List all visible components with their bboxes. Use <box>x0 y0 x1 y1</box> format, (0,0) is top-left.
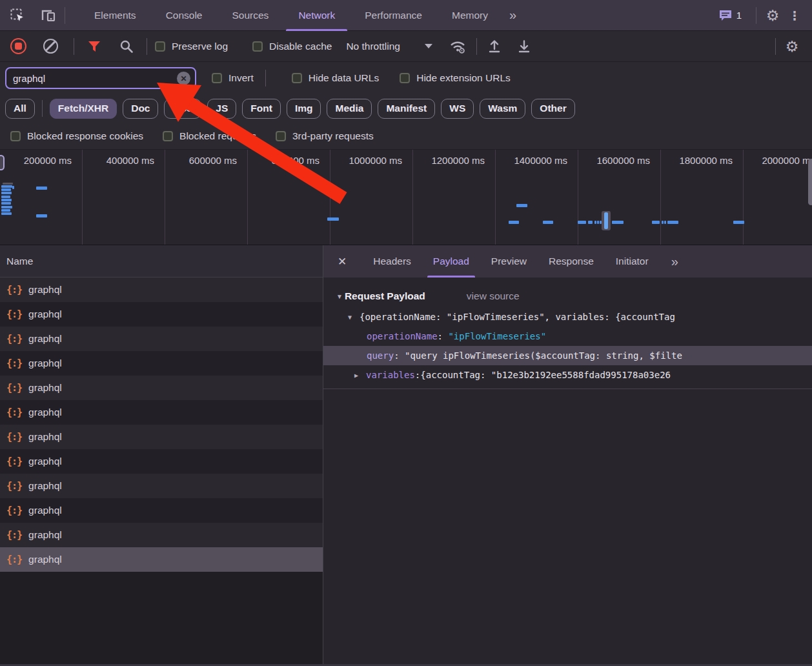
import-har-icon[interactable] <box>483 35 505 57</box>
tab-elements[interactable]: Elements <box>79 0 151 31</box>
request-row[interactable]: {:}graphql <box>0 376 323 400</box>
request-name: graphql <box>28 529 62 541</box>
view-source-link[interactable]: view source <box>467 290 520 302</box>
preserve-log-checkbox[interactable]: Preserve log <box>155 41 228 52</box>
details-tab-response[interactable]: Response <box>538 245 605 278</box>
filter-chip-other[interactable]: Other <box>531 99 574 119</box>
tab-memory[interactable]: Memory <box>437 0 503 31</box>
devtools-tabbar: ElementsConsoleSourcesNetworkPerformance… <box>0 0 812 31</box>
filter-chip-fetch-xhr[interactable]: Fetch/XHR <box>50 99 117 119</box>
name-column-header[interactable]: Name <box>0 245 323 278</box>
waterfall-bar <box>36 187 47 190</box>
waterfall-bar <box>1 192 12 194</box>
filter-chip-js[interactable]: JS <box>207 99 236 119</box>
export-har-icon[interactable] <box>513 35 535 57</box>
waterfall-bar <box>612 221 624 224</box>
payload-pane: ▼ Request Payload view source ▼ {operati… <box>323 278 812 666</box>
request-row[interactable]: {:}graphql <box>0 327 323 351</box>
payload-value: "query ipFlowTimeseries($accountTag: str… <box>405 350 682 361</box>
network-settings-gear-icon[interactable]: ⚙ <box>781 35 803 57</box>
request-row[interactable]: {:}graphql <box>0 523 323 547</box>
disable-cache-label: Disable cache <box>269 41 332 52</box>
overview-scrollbar[interactable] <box>808 159 812 205</box>
throttling-select[interactable]: No throttling <box>346 41 432 52</box>
request-row[interactable]: {:}graphql <box>0 278 323 302</box>
filter-chip-media[interactable]: Media <box>327 99 372 119</box>
expand-triangle-icon[interactable]: ▶ <box>354 372 366 379</box>
devtools-window: ElementsConsoleSourcesNetworkPerformance… <box>0 0 812 666</box>
request-row[interactable]: {:}graphql <box>0 351 323 376</box>
disable-cache-checkbox[interactable]: Disable cache <box>252 41 332 52</box>
hide-data-urls-checkbox[interactable]: Hide data URLs <box>292 72 379 84</box>
waterfall-bar <box>597 221 599 224</box>
network-toolbar: Preserve log Disable cache No throttling <box>0 31 812 62</box>
json-braces-icon: {:} <box>6 308 22 320</box>
tab-network[interactable]: Network <box>283 0 350 31</box>
waterfall-bar <box>516 204 527 207</box>
clear-filter-icon[interactable]: ✕ <box>177 72 190 85</box>
filter-chip-font[interactable]: Font <box>242 99 281 119</box>
inspect-element-icon[interactable] <box>6 5 28 26</box>
overview-left-handle[interactable] <box>0 155 5 170</box>
waterfall-bar <box>1 199 12 201</box>
payload-operation-name-line[interactable]: operationName: "ipFlowTimeseries" <box>323 327 812 346</box>
tab-sources[interactable]: Sources <box>218 0 284 31</box>
checkbox-box <box>276 131 286 141</box>
filter-chip-doc[interactable]: Doc <box>123 99 158 119</box>
filter-chip-ws[interactable]: WS <box>441 99 474 119</box>
network-overview-timeline[interactable]: 200000 ms400000 ms600000 ms800000 ms1000… <box>0 150 812 245</box>
collapse-triangle-icon[interactable]: ▼ <box>336 293 343 300</box>
request-row[interactable]: {:}graphql <box>0 425 323 449</box>
request-row[interactable]: {:}graphql <box>0 474 323 498</box>
blocked-requests-checkbox[interactable]: Blocked requests <box>163 130 256 142</box>
clear-network-log-icon[interactable] <box>43 39 58 54</box>
checkbox-box <box>155 41 165 52</box>
request-row[interactable]: {:}graphql <box>0 400 323 425</box>
network-conditions-icon[interactable] <box>447 35 469 57</box>
json-braces-icon: {:} <box>6 407 22 418</box>
hide-extension-urls-checkbox[interactable]: Hide extension URLs <box>400 72 511 84</box>
invert-label: Invert <box>228 72 254 84</box>
settings-gear-icon[interactable]: ⚙ <box>762 5 784 26</box>
kebab-menu-icon[interactable]: ⋮ <box>784 5 806 26</box>
details-tab-preview[interactable]: Preview <box>480 245 538 278</box>
request-row[interactable]: {:}graphql <box>0 547 323 572</box>
details-more-tabs-icon[interactable]: » <box>665 254 684 269</box>
more-tabs-icon[interactable]: » <box>503 8 522 23</box>
payload-variables-line[interactable]: ▶ variables: {accountTag: "b12e3b2192ee5… <box>323 365 812 385</box>
request-name: graphql <box>28 333 62 345</box>
checkbox-box <box>252 41 263 52</box>
filter-input[interactable]: graphql ✕ <box>5 67 196 89</box>
expand-triangle-icon[interactable]: ▼ <box>348 314 360 321</box>
search-icon[interactable] <box>116 35 137 57</box>
filter-chip-wasm[interactable]: Wasm <box>480 99 525 119</box>
request-row[interactable]: {:}graphql <box>0 302 323 327</box>
blocked-response-cookies-checkbox[interactable]: Blocked response cookies <box>10 130 143 142</box>
filter-chip-manifest[interactable]: Manifest <box>378 99 435 119</box>
3rd-party-requests-checkbox[interactable]: 3rd-party requests <box>276 130 374 142</box>
close-details-icon[interactable]: ✕ <box>338 255 347 268</box>
request-name: graphql <box>28 554 62 565</box>
filter-chip-all[interactable]: All <box>5 99 35 119</box>
tab-performance[interactable]: Performance <box>350 0 437 31</box>
filter-chip-css[interactable]: CSS <box>164 99 201 119</box>
payload-key: variables <box>366 370 415 380</box>
details-tab-payload[interactable]: Payload <box>422 245 480 278</box>
request-row[interactable]: {:}graphql <box>0 449 323 474</box>
details-tab-headers[interactable]: Headers <box>362 245 422 278</box>
device-toolbar-icon[interactable] <box>37 5 59 26</box>
issues-button[interactable]: 1 <box>718 9 742 22</box>
record-button[interactable] <box>10 38 26 54</box>
request-row[interactable]: {:}graphql <box>0 498 323 523</box>
details-tabbar: ✕ HeadersPayloadPreviewResponseInitiator… <box>323 245 812 278</box>
record-icon <box>15 43 22 50</box>
details-tab-initiator[interactable]: Initiator <box>605 245 660 278</box>
ruler-tick: 1400000 ms <box>496 150 578 245</box>
tab-console[interactable]: Console <box>151 0 218 31</box>
filter-chip-img[interactable]: Img <box>287 99 321 119</box>
filter-funnel-icon[interactable] <box>83 35 105 57</box>
payload-query-line-selected[interactable]: query: "query ipFlowTimeseries($accountT… <box>323 346 812 365</box>
chip-divider <box>42 100 43 117</box>
payload-preview-line[interactable]: ▼ {operationName: "ipFlowTimeseries", va… <box>323 307 812 327</box>
invert-checkbox[interactable]: Invert <box>212 72 254 84</box>
